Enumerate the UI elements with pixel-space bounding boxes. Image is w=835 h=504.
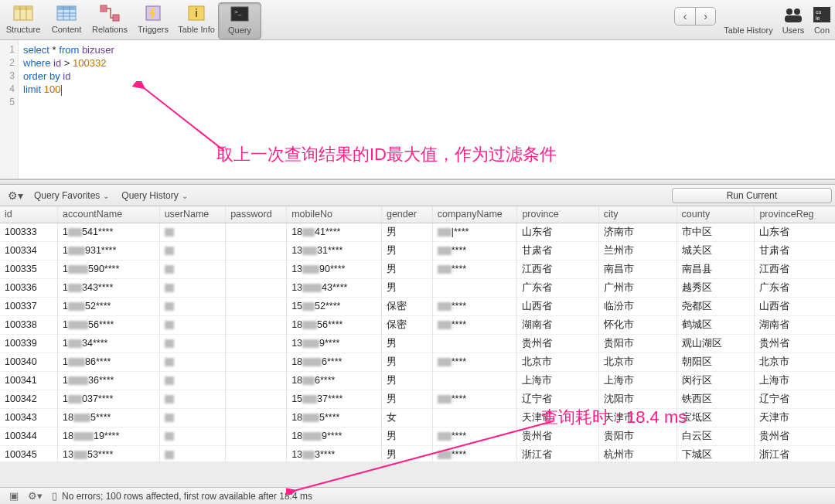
- triggers-tab[interactable]: Triggers: [131, 2, 175, 39]
- svg-text:le: le: [816, 15, 820, 21]
- gear-icon[interactable]: ⚙︎▾: [28, 490, 43, 502]
- query-favorites[interactable]: Query Favorites⌄: [34, 190, 109, 201]
- svg-rect-1: [14, 6, 32, 10]
- query-icon: >_: [228, 3, 251, 25]
- indent-icon[interactable]: ▯: [52, 490, 57, 502]
- svg-point-17: [786, 9, 792, 15]
- query-tab[interactable]: >_Query: [218, 2, 261, 39]
- svg-text:>_: >_: [234, 9, 242, 15]
- table-history-button[interactable]: Table History: [721, 4, 776, 35]
- table-row[interactable]: 100339134****139****男贵州省贵阳市观山湖区贵州省: [0, 334, 835, 352]
- structure-tab[interactable]: Structure: [2, 2, 45, 39]
- table-row[interactable]: 100343185****185****女天津市天津市宝坻区天津市天: [0, 408, 835, 427]
- users-button[interactable]: Users: [776, 4, 810, 35]
- history-icon: [735, 4, 762, 26]
- run-current-button[interactable]: Run Current: [672, 188, 832, 203]
- nav-back-forward[interactable]: ‹›: [674, 7, 716, 26]
- table-row[interactable]: 100338156****1856****保密****湖南省怀化市鹤城区湖南省怀: [0, 315, 835, 334]
- main-toolbar: Structure Content Relations Triggers iTa…: [0, 0, 835, 40]
- sql-code[interactable]: select * from bizuserwhere id > 100332or…: [19, 40, 119, 179]
- table-row[interactable]: 1003331541****1841****男|****山东省济南市市中区山东省: [0, 223, 835, 241]
- svg-rect-19: [785, 15, 802, 22]
- console-icon: cole: [809, 4, 835, 26]
- svg-rect-11: [113, 15, 119, 21]
- status-message: No errors; 100 rows affected, first row …: [62, 491, 312, 502]
- structure-icon: [12, 2, 35, 24]
- table-row[interactable]: 1003451353****133****男****浙江省杭州市下城区浙江省: [0, 445, 835, 461]
- tableinfo-icon: i: [185, 2, 208, 24]
- sql-editor[interactable]: 12345 select * from bizuserwhere id > 10…: [0, 40, 835, 179]
- nav-back[interactable]: ‹: [675, 8, 695, 25]
- table-row[interactable]: 100337152****1552****保密****山西省临汾市尧都区山西省: [0, 297, 835, 315]
- relations-icon: [98, 2, 121, 24]
- svg-rect-10: [101, 5, 107, 12]
- table-row[interactable]: 100340186****186****男****北京市北京市朝阳区北京市: [0, 352, 835, 371]
- table-row[interactable]: 1003351590****1390****男****江西省南昌市南昌县江西省: [0, 260, 835, 278]
- gear-icon[interactable]: ⚙︎▾: [3, 189, 28, 202]
- relations-tab[interactable]: Relations: [88, 2, 131, 39]
- content-tab[interactable]: Content: [45, 2, 88, 39]
- pane-divider[interactable]: [0, 179, 835, 185]
- svg-point-18: [794, 9, 800, 15]
- content-icon: [55, 2, 78, 24]
- nav-forward[interactable]: ›: [695, 8, 715, 25]
- query-history[interactable]: Query History⌄: [121, 190, 187, 201]
- results-table[interactable]: idaccountNameuserNamepasswordmobileNogen…: [0, 206, 835, 461]
- table-row[interactable]: 100341136****186****男上海市上海市闵行区上海市上: [0, 371, 835, 390]
- table-row[interactable]: 1003341931****1331****男****甘肃省兰州市城关区甘肃省兰: [0, 241, 835, 260]
- expand-icon[interactable]: ▣: [9, 490, 19, 502]
- triggers-icon: [141, 2, 165, 24]
- svg-text:co: co: [816, 9, 822, 15]
- svg-rect-5: [57, 6, 76, 10]
- table-row[interactable]: 1003361343****1343****男广东省广州市越秀区广东省广: [0, 278, 835, 297]
- status-bar: ▣ ⚙︎▾ ▯ No errors; 100 rows affected, fi…: [0, 487, 835, 504]
- table-row[interactable]: 1003441819****189****男****贵州省贵阳市白云区贵州省: [0, 427, 835, 445]
- users-icon: [780, 4, 806, 26]
- table-header: idaccountNameuserNamepasswordmobileNogen…: [0, 206, 835, 223]
- line-gutter: 12345: [0, 40, 19, 179]
- svg-text:i: i: [195, 7, 198, 19]
- console-button[interactable]: coleCon: [810, 4, 833, 35]
- tableinfo-tab[interactable]: iTable Info: [175, 2, 218, 39]
- query-toolbar: ⚙︎▾ Query Favorites⌄ Query History⌄ Run …: [0, 185, 835, 206]
- table-row[interactable]: 1003421037****1537****男****辽宁省沈阳市铁西区辽宁省沙: [0, 390, 835, 408]
